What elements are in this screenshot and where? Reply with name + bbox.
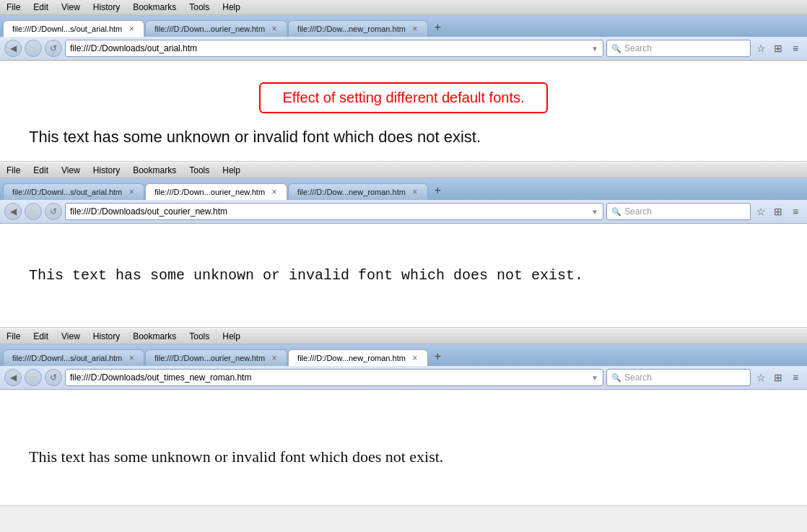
tab-label-3-courier: file:///D:/Down...ourier_new.htm (154, 354, 265, 362)
search-box-3[interactable]: 🔍 Search (606, 369, 751, 386)
search-icon-1: 🔍 (611, 44, 621, 53)
reload-button-3[interactable]: ↺ (45, 369, 62, 386)
url-box-1[interactable]: file:///D:/Downloads/out_arial.htm ▼ (65, 40, 603, 57)
menu-icon-2[interactable]: ≡ (788, 204, 803, 219)
url-box-3[interactable]: file:///D:/Downloads/out_times_new_roman… (65, 369, 603, 386)
tab-close-3-arial[interactable]: × (126, 353, 136, 363)
menu-help-1[interactable]: Help (220, 1, 243, 13)
search-text-3: Search (624, 372, 652, 383)
bookmark-icon-1[interactable]: ⊞ (771, 41, 785, 56)
tab-bar-1: file:///D:/Downl...s/out_arial.htm × fil… (0, 15, 807, 37)
tab-2-arial[interactable]: file:///D:/Downl...s/out_arial.htm × (3, 183, 144, 200)
bookmark-icon-2[interactable]: ⊞ (771, 204, 785, 219)
browser-window-3: File Edit View History Bookmarks Tools H… (0, 329, 807, 506)
tab-bar-3: file:///D:/Downl...s/out_arial.htm × fil… (0, 344, 807, 366)
menu-bookmarks-2[interactable]: Bookmarks (131, 165, 178, 176)
menu-edit-2[interactable]: Edit (31, 165, 51, 176)
menu-view-2[interactable]: View (59, 165, 82, 176)
tab-3-arial[interactable]: file:///D:/Downl...s/out_arial.htm × (3, 349, 144, 366)
reload-button-2[interactable]: ↺ (45, 203, 62, 220)
search-text-1: Search (624, 43, 652, 53)
url-text-3: file:///D:/Downloads/out_times_new_roman… (70, 372, 591, 383)
menu-history-1[interactable]: History (91, 1, 122, 13)
url-dropdown-3[interactable]: ▼ (591, 374, 598, 382)
url-dropdown-1[interactable]: ▼ (591, 45, 598, 53)
address-bar-3: ◀ ▶ ↺ file:///D:/Downloads/out_times_new… (0, 366, 807, 390)
browser-window-1: File Edit View History Bookmarks Tools H… (0, 0, 807, 162)
star-icon-3[interactable]: ☆ (754, 370, 768, 385)
search-icon-3: 🔍 (611, 373, 621, 383)
star-icon-1[interactable]: ☆ (754, 41, 768, 56)
url-text-2: file:///D:/Downloads/out_courier_new.htm (70, 206, 591, 217)
tab-bar-2: file:///D:/Downl...s/out_arial.htm × fil… (0, 178, 807, 200)
url-dropdown-2[interactable]: ▼ (591, 208, 598, 216)
effect-label: Effect of setting different default font… (282, 90, 524, 105)
menu-tools-1[interactable]: Tools (187, 1, 211, 13)
search-box-1[interactable]: 🔍 Search (606, 40, 751, 57)
menu-edit-1[interactable]: Edit (31, 1, 51, 13)
menu-icon-3[interactable]: ≡ (788, 370, 803, 385)
url-text-1: file:///D:/Downloads/out_arial.htm (70, 43, 591, 53)
search-box-2[interactable]: 🔍 Search (606, 203, 751, 220)
tab-label-1-times: file:///D:/Dow...new_roman.htm (297, 25, 406, 33)
body-text-arial: This text has some unknown or invalid fo… (29, 128, 778, 147)
back-button-1[interactable]: ◀ (4, 40, 22, 57)
content-area-2: This text has some unknown or invalid fo… (0, 224, 807, 327)
content-area-3: This text has some unknown or invalid fo… (0, 390, 807, 505)
menu-edit-3[interactable]: Edit (31, 331, 51, 342)
menu-bar-1: File Edit View History Bookmarks Tools H… (0, 0, 807, 15)
tab-1-arial[interactable]: file:///D:/Downl...s/out_arial.htm × (3, 20, 144, 37)
menu-file-3[interactable]: File (4, 331, 22, 342)
bookmark-icon-3[interactable]: ⊞ (771, 370, 785, 385)
forward-button-2[interactable]: ▶ (25, 203, 42, 220)
url-box-2[interactable]: file:///D:/Downloads/out_courier_new.htm… (65, 203, 603, 220)
tab-2-times[interactable]: file:///D:/Dow...new_roman.htm × (288, 183, 428, 200)
menu-file-2[interactable]: File (4, 165, 22, 176)
menu-view-3[interactable]: View (59, 331, 82, 342)
menu-bookmarks-3[interactable]: Bookmarks (131, 331, 178, 342)
tab-close-2-arial[interactable]: × (126, 187, 136, 197)
menu-view-1[interactable]: View (59, 1, 82, 13)
menu-file-1[interactable]: File (4, 1, 22, 13)
tab-add-1[interactable]: + (429, 18, 447, 37)
tab-close-1-courier[interactable]: × (269, 24, 279, 34)
menu-tools-3[interactable]: Tools (187, 331, 211, 342)
menu-icon-1[interactable]: ≡ (788, 41, 803, 56)
tab-close-2-times[interactable]: × (410, 187, 420, 197)
address-bar-2: ◀ ▶ ↺ file:///D:/Downloads/out_courier_n… (0, 200, 807, 224)
content-area-1: Effect of setting different default font… (0, 61, 807, 161)
tab-2-courier[interactable]: file:///D:/Down...ourier_new.htm × (145, 183, 287, 200)
tab-close-3-times[interactable]: × (410, 353, 420, 363)
tab-close-3-courier[interactable]: × (269, 353, 279, 363)
menu-history-3[interactable]: History (91, 331, 122, 342)
tab-3-courier[interactable]: file:///D:/Down...ourier_new.htm × (145, 349, 287, 366)
menu-tools-2[interactable]: Tools (187, 165, 211, 176)
menu-help-3[interactable]: Help (220, 331, 243, 342)
back-button-3[interactable]: ◀ (4, 369, 22, 386)
tab-add-2[interactable]: + (429, 181, 447, 200)
effect-box: Effect of setting different default font… (259, 82, 547, 113)
star-icon-2[interactable]: ☆ (754, 204, 768, 219)
tab-close-2-courier[interactable]: × (269, 187, 279, 197)
menu-bookmarks-1[interactable]: Bookmarks (131, 1, 178, 13)
reload-button-1[interactable]: ↺ (45, 40, 62, 57)
tab-1-courier[interactable]: file:///D:/Down...ourier_new.htm × (145, 20, 287, 37)
menu-history-2[interactable]: History (91, 165, 122, 176)
tab-close-1-times[interactable]: × (410, 24, 420, 34)
tab-label-2-arial: file:///D:/Downl...s/out_arial.htm (12, 188, 122, 196)
back-button-2[interactable]: ◀ (4, 203, 22, 220)
search-text-2: Search (624, 206, 652, 217)
tab-close-1-arial[interactable]: × (126, 24, 136, 34)
browser-window-2: File Edit View History Bookmarks Tools H… (0, 163, 807, 328)
tab-label-2-times: file:///D:/Dow...new_roman.htm (297, 188, 406, 196)
tab-3-times[interactable]: file:///D:/Dow...new_roman.htm × (288, 349, 428, 366)
menu-help-2[interactable]: Help (220, 165, 243, 176)
tab-add-3[interactable]: + (429, 347, 447, 366)
address-bar-1: ◀ ▶ ↺ file:///D:/Downloads/out_arial.htm… (0, 37, 807, 61)
forward-button-3[interactable]: ▶ (25, 369, 42, 386)
menu-bar-2: File Edit View History Bookmarks Tools H… (0, 163, 807, 178)
tab-1-times[interactable]: file:///D:/Dow...new_roman.htm × (288, 20, 428, 37)
tab-label-1-arial: file:///D:/Downl...s/out_arial.htm (12, 25, 122, 33)
forward-button-1[interactable]: ▶ (25, 40, 42, 57)
tab-label-2-courier: file:///D:/Down...ourier_new.htm (154, 188, 265, 196)
